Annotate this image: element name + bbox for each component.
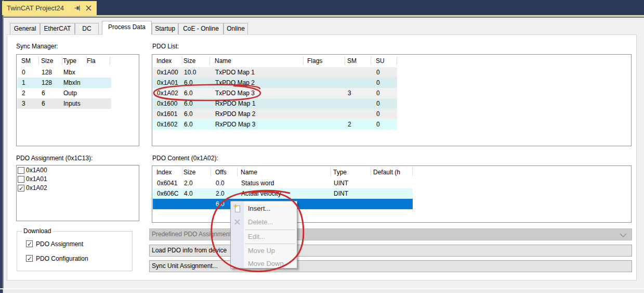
menu-item-insert[interactable]: Insert... — [231, 202, 297, 215]
tab-startup[interactable]: Startup — [152, 23, 178, 34]
column-header[interactable]: Index — [156, 55, 172, 67]
checkbox-0x1A00[interactable] — [18, 167, 24, 174]
pdo-content-label: PDO Content (0x1A02): — [152, 155, 218, 162]
menu-item-move-up[interactable]: Move Up — [231, 244, 297, 258]
context-menu: Insert... Delete... Edit... Move Up Move… — [230, 201, 297, 269]
checkbox-pdo-configuration[interactable] — [26, 255, 33, 262]
close-icon[interactable] — [86, 5, 91, 11]
insert-icon — [233, 204, 242, 213]
column-header[interactable]: Name — [215, 55, 231, 67]
sync-manager-label: Sync Manager: — [16, 43, 58, 50]
column-header[interactable]: Size — [183, 55, 195, 67]
sync-manager-table[interactable]: SM Size Type Fla 0128Mbx 1128MbxIn 26Out… — [16, 54, 139, 146]
table-row[interactable]: 0x16006.0RxPDO Map 10 — [153, 98, 397, 109]
pdo-assignment-label: PDO Assignment (0x1C13): — [16, 155, 93, 162]
table-row[interactable]: 0x606C4.02.0Actual velocityDINT — [153, 188, 413, 199]
table-row[interactable]: 0x1A016.0TxPDO Map 20 — [153, 78, 397, 88]
column-header[interactable]: Name — [241, 166, 257, 178]
column-header[interactable]: Flags — [307, 55, 322, 67]
menu-item-edit[interactable]: Edit... — [231, 230, 297, 244]
predefined-pdo-assignment-combobox[interactable]: Predefined PDO Assignment — [149, 228, 632, 240]
pdo-assignment-list[interactable]: 0x1A00 0x1A01 0x1A02 — [16, 165, 139, 221]
column-header[interactable]: SU — [376, 55, 385, 67]
column-header[interactable]: Default (h — [373, 166, 400, 178]
pdo-list-label: PDO List: — [152, 43, 179, 50]
table-row[interactable]: 26Outp — [17, 88, 111, 98]
table-row[interactable]: 0x16026.0RxPDO Map 320 — [153, 119, 397, 130]
checkbox-pdo-assignment[interactable] — [26, 240, 33, 247]
load-pdo-info-button[interactable]: Load PDO info from device — [149, 245, 632, 257]
pin-icon[interactable] — [74, 5, 81, 11]
checkbox-0x1A02[interactable] — [18, 185, 24, 192]
window-divider — [0, 17, 644, 18]
document-tab-title: TwinCAT Project24 — [7, 4, 64, 12]
column-header[interactable]: Type — [333, 166, 347, 178]
column-header[interactable]: Type — [63, 55, 76, 67]
table-row[interactable]: 0x16016.0RxPDO Map 20 — [153, 109, 397, 119]
column-header[interactable]: SM — [21, 55, 31, 67]
left-edge-line — [3, 0, 4, 293]
menu-item-delete[interactable]: Delete... — [231, 215, 297, 229]
table-row[interactable]: 36Inputs — [17, 98, 111, 109]
table-row[interactable]: 0x60412.00.0Status wordUINT — [153, 178, 413, 188]
pdo-list-table[interactable]: Index Size Name Flags SM SU 0x1A0010.0Tx… — [152, 54, 632, 146]
column-header[interactable]: Size — [183, 166, 195, 178]
pdo-content-table[interactable]: Index Size Offs Name Type Default (h 0x6… — [152, 165, 632, 223]
column-header[interactable]: Offs — [215, 166, 227, 178]
download-group — [17, 231, 133, 271]
tab-coe-online[interactable]: CoE - Online — [178, 23, 224, 34]
document-tab[interactable]: TwinCAT Project24 — [2, 1, 97, 15]
status-strip — [3, 289, 644, 293]
menu-item-move-down[interactable]: Move Down — [231, 257, 297, 271]
table-row[interactable]: 0x1A0010.0TxPDO Map 10 — [153, 67, 397, 78]
sync-unit-assignment-button[interactable]: Sync Unit Assignment... — [149, 260, 632, 272]
tab-process-data[interactable]: Process Data — [102, 21, 152, 35]
tab-ethercat[interactable]: EtherCAT — [40, 23, 75, 34]
tab-online[interactable]: Online — [224, 23, 248, 34]
table-row[interactable]: 1128MbxIn — [17, 78, 111, 88]
table-row[interactable]: 0128Mbx — [17, 67, 111, 78]
checkbox-label: PDO Configuration — [36, 255, 88, 262]
column-header[interactable]: Fla — [87, 55, 96, 67]
tab-dc[interactable]: DC — [75, 23, 99, 34]
checkbox-0x1A01[interactable] — [18, 176, 24, 183]
table-row[interactable]: 0x1A026.0TxPDO Map 330 — [153, 88, 397, 98]
download-group-label: Download — [22, 227, 52, 235]
column-header[interactable]: Index — [156, 166, 172, 178]
chevron-down-icon — [619, 233, 627, 238]
column-header[interactable]: Size — [41, 55, 53, 67]
tab-general[interactable]: General — [10, 23, 40, 34]
checkbox-label: PDO Assignment — [36, 240, 83, 248]
column-header[interactable]: SM — [347, 55, 357, 67]
delete-icon — [233, 218, 242, 226]
